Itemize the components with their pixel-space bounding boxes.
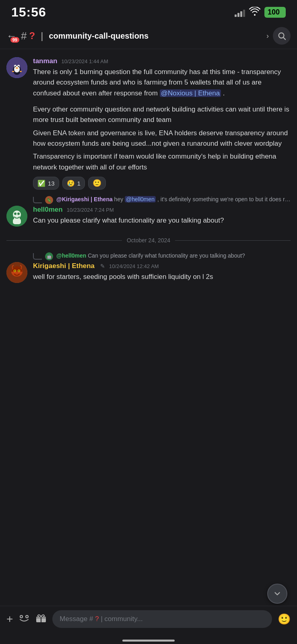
avatar-kirigaeshi: [6, 262, 27, 283]
svg-point-24: [19, 270, 20, 272]
home-indicator: [122, 640, 175, 642]
svg-rect-11: [20, 71, 22, 72]
message-hellomen: hell0men 10/23/2024 7:24 PM Can you plea…: [0, 204, 297, 231]
kirigaeshi-reply-context-text: @hell0men Can you please clarify what fu…: [56, 252, 291, 259]
plus-icon[interactable]: +: [6, 613, 13, 625]
emoji-button[interactable]: 🙂: [278, 613, 291, 625]
reaction-count-check: 13: [48, 180, 55, 187]
message-content-kirigaeshi: Kirigaeshi | Ethena ✎ 10/24/2024 12:42 A…: [33, 262, 291, 282]
kirigaeshi-reply-context-block: 🤖 @hell0men Can you please clarify what …: [0, 250, 297, 260]
svg-point-28: [26, 616, 28, 617]
message-text-tanman: There is only 1 burning question the ful…: [33, 67, 291, 99]
reactions-tanman: ✅ 13 😢 1 🙂: [33, 177, 291, 190]
notification-badge: 99: [10, 37, 19, 43]
svg-point-8: [18, 66, 19, 67]
reply-context-row: 🦎 @Kirigaeshi | Ethena hey @hell0men , i…: [33, 196, 291, 204]
svg-point-9: [16, 67, 18, 69]
reply-username-kirigaeshi: @Kirigaeshi | Ethena: [56, 196, 113, 202]
username-hellomen: hell0men: [33, 206, 63, 214]
timestamp-hellomen: 10/23/2024 7:24 PM: [67, 207, 114, 213]
avatar-tanman: [6, 57, 27, 78]
kirigaeshi-reply-context-row: 🤖 @hell0men Can you please clarify what …: [33, 252, 291, 260]
svg-point-14: [14, 213, 16, 215]
message-placeholder: Message # ? | community...: [60, 615, 142, 623]
kirigaeshi-reply-mention: @hell0men: [56, 252, 86, 259]
message-paragraph-2: Every other community question and netwo…: [33, 104, 291, 126]
battery-icon: 100: [264, 7, 286, 18]
wifi-icon: [249, 7, 260, 18]
message-header-kirigaeshi: Kirigaeshi | Ethena ✎ 10/24/2024 12:42 A…: [33, 262, 291, 270]
messages-container: tanman 10/23/2024 1:44 AM There is only …: [0, 49, 297, 319]
message-text-kirigaeshi: well for starters, seeding pools with su…: [33, 272, 291, 282]
reaction-checkmark[interactable]: ✅ 13: [33, 177, 59, 190]
gif-icon[interactable]: [19, 613, 30, 625]
svg-point-15: [17, 213, 20, 215]
svg-point-7: [15, 66, 16, 67]
message-input[interactable]: Message # ? | community...: [52, 610, 272, 628]
date-label: October 24, 2024: [127, 237, 170, 244]
message-content-tanman: tanman 10/23/2024 1:44 AM There is only …: [33, 57, 291, 190]
message-tanman: tanman 10/23/2024 1:44 AM There is only …: [0, 53, 297, 194]
status-bar: 15:56 100: [0, 0, 297, 23]
reaction-emoji-check: ✅: [37, 180, 45, 187]
svg-rect-17: [14, 218, 15, 220]
timestamp-kirigaeshi: 10/24/2024 12:42 AM: [109, 263, 159, 269]
reply-context-avatar: 🦎: [45, 196, 53, 204]
channel-name[interactable]: community-call-questions: [49, 31, 262, 41]
svg-point-23: [14, 270, 16, 272]
edit-icon: ✎: [100, 263, 105, 269]
chevron-right-icon: ›: [266, 32, 269, 40]
message-content-hellomen: hell0men 10/23/2024 7:24 PM Can you plea…: [33, 206, 291, 226]
chevron-down-icon: [273, 589, 282, 598]
gift-icon[interactable]: [35, 613, 47, 626]
hash-icon: #: [21, 30, 27, 42]
message-header-hellomen: hell0men 10/23/2024 7:24 PM: [33, 206, 291, 214]
back-button[interactable]: ← 99: [6, 31, 17, 41]
bottom-bar: + Message # ? | community... 🙂: [0, 606, 297, 632]
reaction-count-sad: 1: [77, 180, 80, 187]
reply-context-block: 🦎 @Kirigaeshi | Ethena hey @hell0men , i…: [0, 194, 297, 204]
svg-rect-16: [13, 219, 21, 224]
reply-hook-icon: [33, 197, 42, 203]
reaction-emoji-sad: 😢: [67, 180, 75, 187]
channel-icons: # ?: [21, 30, 35, 42]
date-separator: October 24, 2024: [0, 231, 297, 250]
timestamp-tanman: 10/23/2024 1:44 AM: [61, 58, 108, 64]
reply-mention-hellomen: @hell0men: [125, 196, 156, 202]
message-paragraph-4: Transparency is important if team would …: [33, 151, 291, 173]
channel-header: ← 99 # ? | community-call-questions ›: [0, 23, 297, 49]
svg-line-1: [283, 37, 285, 39]
signal-icon: [235, 8, 245, 17]
question-icon: ?: [29, 30, 35, 41]
message-header-tanman: tanman 10/23/2024 1:44 AM: [33, 57, 291, 65]
svg-rect-18: [19, 218, 20, 220]
search-icon: [277, 31, 286, 40]
mention-noxious[interactable]: @Noxious | Ethena: [160, 89, 221, 97]
scroll-to-bottom-button[interactable]: [267, 584, 287, 604]
header-divider: |: [41, 30, 43, 41]
username-tanman: tanman: [33, 57, 57, 65]
svg-point-13: [13, 211, 21, 219]
search-button[interactable]: [273, 27, 291, 45]
message-text-hellomen: Can you please clarify what functionalit…: [33, 215, 291, 226]
reaction-sad[interactable]: 😢 1: [62, 177, 85, 190]
svg-rect-10: [12, 71, 14, 72]
status-time: 15:56: [11, 5, 46, 20]
reaction-smile[interactable]: 🙂: [88, 177, 106, 190]
reply-context-text: @Kirigaeshi | Ethena hey @hell0men , it'…: [56, 196, 291, 202]
svg-point-26: [21, 616, 22, 617]
message-kirigaeshi: Kirigaeshi | Ethena ✎ 10/24/2024 12:42 A…: [0, 260, 297, 315]
kirigaeshi-reply-context-avatar: 🤖: [45, 252, 53, 260]
username-kirigaeshi: Kirigaeshi | Ethena: [33, 262, 95, 270]
status-icons: 100: [235, 7, 286, 18]
message-paragraph-3: Given ENA token and governance is live, …: [33, 128, 291, 149]
avatar-hellomen: [6, 206, 27, 227]
kirigaeshi-reply-hook-icon: [33, 253, 42, 260]
